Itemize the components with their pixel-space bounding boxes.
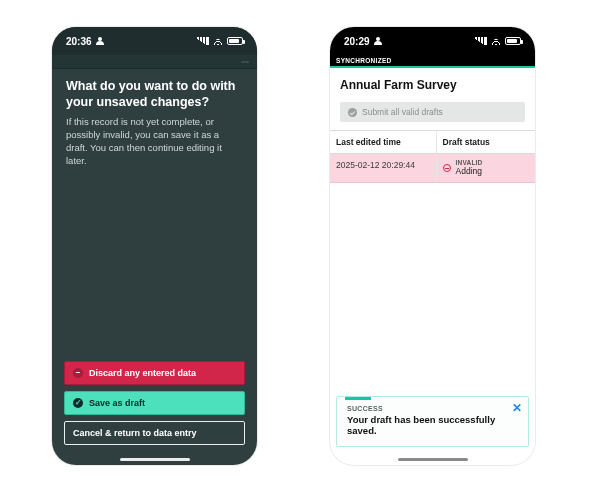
backdrop-strip (52, 55, 257, 69)
submit-all-button[interactable]: Submit all valid drafts (340, 102, 525, 122)
battery-icon (505, 37, 521, 45)
cell-signal-icon (475, 37, 487, 45)
discard-button[interactable]: − Discard any entered data (64, 361, 245, 385)
save-draft-button[interactable]: ✓ Save as draft (64, 391, 245, 415)
phone-drafts-list: 20:29 SYNCHRONIZED Annual Farm Survey Su… (330, 27, 535, 465)
draft-row[interactable]: 2025-02-12 20:29:44 INVALID Adding (330, 154, 535, 183)
sync-label: SYNCHRONIZED (336, 57, 392, 64)
backdrop-pill (241, 61, 249, 63)
person-icon (374, 37, 382, 45)
cancel-button[interactable]: Cancel & return to data entry (64, 421, 245, 445)
discard-label: Discard any entered data (89, 368, 196, 378)
col-last-edited: Last edited time (330, 131, 437, 153)
dialog-subtitle: If this record is not yet complete, or p… (66, 116, 243, 167)
home-indicator (120, 458, 190, 461)
home-indicator (398, 458, 468, 461)
check-circle-icon: ✓ (73, 398, 83, 408)
status-time: 20:29 (344, 36, 370, 47)
row-status: INVALID Adding (437, 154, 535, 182)
status-bar: 20:36 (52, 27, 257, 55)
status-bar: 20:29 (330, 27, 535, 55)
dialog-actions: − Discard any entered data ✓ Save as dra… (64, 361, 245, 445)
minus-circle-icon: − (73, 368, 83, 378)
cell-signal-icon (197, 37, 209, 45)
toast-message: Your draft has been successfully saved. (347, 414, 518, 436)
phone-unsaved-dialog: 20:36 What do you want to do with your u… (52, 27, 257, 465)
page-header: Annual Farm Survey (330, 68, 535, 96)
wifi-icon (491, 37, 501, 45)
battery-icon (227, 37, 243, 45)
cancel-label: Cancel & return to data entry (73, 428, 197, 438)
toast-label: SUCCESS (347, 405, 518, 412)
page-title: Annual Farm Survey (340, 78, 525, 92)
invalid-icon (443, 164, 451, 172)
save-label: Save as draft (89, 398, 145, 408)
success-toast: ✕ SUCCESS Your draft has been successful… (336, 396, 529, 447)
dialog: What do you want to do with your unsaved… (52, 69, 257, 168)
toast-close-button[interactable]: ✕ (512, 401, 522, 415)
wifi-icon (213, 37, 223, 45)
row-time: 2025-02-12 20:29:44 (330, 154, 437, 182)
toast-accent (345, 397, 371, 400)
status-time: 20:36 (66, 36, 92, 47)
dialog-title: What do you want to do with your unsaved… (66, 79, 243, 110)
sync-banner: SYNCHRONIZED (330, 55, 535, 68)
col-draft-status: Draft status (437, 131, 535, 153)
submit-label: Submit all valid drafts (362, 107, 443, 117)
check-circle-icon (348, 108, 357, 117)
table-header: Last edited time Draft status (330, 130, 535, 154)
status-action: Adding (456, 167, 483, 176)
person-icon (96, 37, 104, 45)
